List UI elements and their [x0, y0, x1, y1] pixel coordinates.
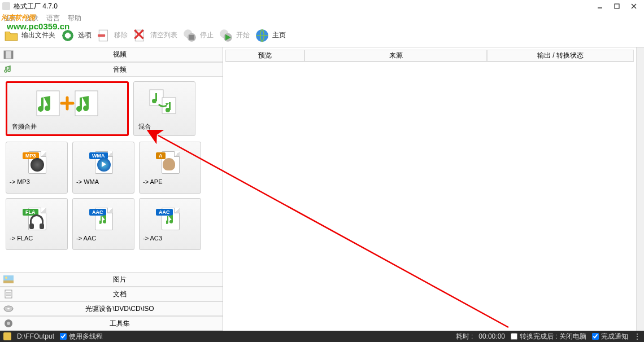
tools-icon	[0, 319, 17, 328]
stop-button[interactable]: 停止	[182, 28, 214, 43]
remove-button[interactable]: 移除	[96, 28, 128, 43]
mix-icon	[138, 86, 190, 119]
category-audio[interactable]: 音频	[0, 62, 223, 77]
file-flac-icon: FLA	[23, 207, 51, 233]
column-output[interactable]: 输出 / 转换状态	[487, 50, 634, 62]
elapsed-time: 00:00:00	[478, 332, 505, 340]
file-ac3-icon: AAC	[156, 207, 184, 233]
stop-icon	[182, 28, 198, 43]
picture-icon	[0, 275, 17, 283]
home-button[interactable]: 主页	[254, 28, 286, 43]
clear-icon	[132, 28, 148, 43]
file-wma-icon: WMA	[89, 150, 118, 176]
statusbar: D:\FFOutput 使用多线程 耗时 : 00:00:00 转换完成后 : …	[0, 331, 644, 342]
file-ape-icon: A	[156, 150, 184, 176]
category-document[interactable]: 文档	[0, 287, 223, 301]
app-icon	[2, 2, 10, 10]
svg-rect-20	[11, 51, 13, 59]
main-area: 视频 音频 音频合并	[0, 47, 644, 331]
svg-rect-14	[189, 34, 194, 40]
start-button[interactable]: 开始	[218, 28, 250, 43]
svg-rect-28	[155, 93, 157, 101]
svg-point-41	[7, 322, 10, 325]
svg-point-33	[5, 277, 7, 279]
finish-notify-checkbox[interactable]: 完成通知	[592, 332, 628, 341]
toolbar: 输出文件夹 选项 移除 清空列表 停止 开始 主页	[0, 24, 644, 47]
menu-language[interactable]: 语言	[46, 14, 60, 23]
audio-panel: 音频合并 混合	[0, 77, 223, 272]
right-panel: 预览 来源 输出 / 转换状态	[223, 47, 644, 331]
remove-icon	[96, 28, 112, 43]
svg-rect-32	[3, 280, 14, 283]
svg-rect-30	[169, 102, 171, 110]
document-icon	[0, 290, 17, 299]
shutdown-checkbox[interactable]: 转换完成后 : 关闭电脑	[511, 332, 586, 341]
output-folder-button[interactable]: 输出文件夹	[3, 28, 55, 43]
task-list-header: 预览 来源 输出 / 转换状态	[225, 50, 634, 62]
category-picture[interactable]: 图片	[0, 272, 223, 287]
multithread-checkbox[interactable]: 使用多线程	[60, 332, 103, 341]
output-path-icon[interactable]	[3, 332, 11, 340]
multithread-input[interactable]	[60, 333, 67, 340]
format-tile-ac3[interactable]: AAC -> AC3	[139, 198, 201, 250]
menu-help[interactable]: 帮助	[68, 14, 81, 23]
menu-task[interactable]: 任务	[3, 14, 17, 23]
audio-icon	[0, 65, 17, 74]
status-extra-icon: ⋮	[634, 332, 641, 340]
format-tile-wma[interactable]: WMA -> WMA	[72, 142, 134, 194]
close-button[interactable]	[626, 1, 642, 11]
column-source[interactable]: 来源	[304, 50, 487, 62]
gear-icon	[60, 28, 76, 43]
svg-rect-19	[4, 51, 6, 59]
play-icon	[218, 28, 234, 43]
window-title: 格式工厂 4.7.0	[14, 2, 592, 11]
left-panel: 视频 音频 音频合并	[0, 47, 223, 331]
file-aac-icon: AAC	[89, 207, 118, 233]
shutdown-input[interactable]	[511, 333, 517, 340]
audio-mix-tile[interactable]: 混合	[133, 81, 195, 136]
drive-icon	[0, 305, 17, 312]
category-tools[interactable]: 工具集	[0, 316, 223, 331]
format-grid: MP3 -> MP3 WMA -> WMA A	[6, 142, 217, 250]
titlebar: 格式工厂 4.7.0	[0, 0, 644, 12]
category-drive[interactable]: 光驱设备\DVD\CD\ISO	[0, 301, 223, 316]
svg-rect-8	[98, 34, 105, 36]
svg-point-39	[7, 308, 10, 310]
column-preview[interactable]: 预览	[225, 50, 304, 62]
svg-rect-2	[615, 4, 619, 8]
merge-icon	[12, 87, 123, 119]
maximize-button[interactable]	[609, 1, 625, 11]
clear-list-button[interactable]: 清空列表	[132, 28, 177, 43]
vertical-scrollbar[interactable]	[636, 47, 644, 331]
options-button[interactable]: 选项	[60, 28, 92, 43]
minimize-button[interactable]	[592, 1, 608, 11]
format-tile-mp3[interactable]: MP3 -> MP3	[6, 142, 68, 194]
globe-icon	[254, 28, 270, 43]
menubar: 任务 皮肤 语言 帮助	[0, 12, 644, 24]
file-mp3-icon: MP3	[23, 150, 51, 176]
output-path-text[interactable]: D:\FFOutput	[17, 332, 54, 340]
menu-skin[interactable]: 皮肤	[25, 14, 38, 23]
folder-icon	[3, 28, 19, 43]
format-tile-ape[interactable]: A -> APE	[139, 142, 201, 194]
video-icon	[0, 50, 17, 59]
format-tile-aac[interactable]: AAC -> AAC	[72, 198, 134, 250]
elapsed-label: 耗时 :	[456, 332, 473, 341]
finish-notify-input[interactable]	[592, 333, 599, 340]
format-tile-flac[interactable]: FLA -> FLAC	[6, 198, 68, 250]
category-video[interactable]: 视频	[0, 47, 223, 62]
audio-merge-tile[interactable]: 音频合并	[6, 81, 129, 136]
